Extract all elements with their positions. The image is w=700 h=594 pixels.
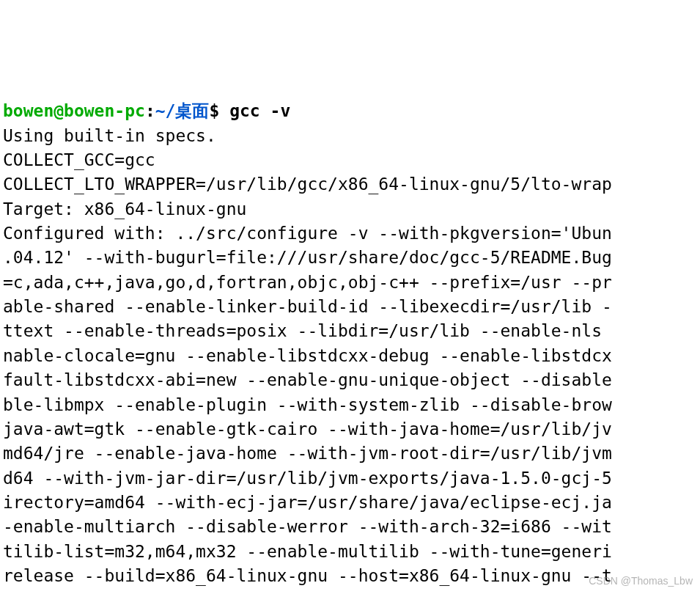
output-line: tilib-list=m32,m64,mx32 --enable-multili…	[3, 542, 612, 561]
output-line: fault-libstdcxx-abi=new --enable-gnu-uni…	[3, 370, 612, 389]
terminal[interactable]: bowen@bowen-pc:~/桌面$ gcc -v Using built-…	[3, 99, 697, 594]
output-line: release --build=x86_64-linux-gnu --host=…	[3, 566, 612, 585]
output-line: irectory=amd64 --with-ecj-jar=/usr/share…	[3, 493, 612, 512]
prompt-sep: :	[145, 101, 155, 120]
prompt-path: ~/桌面	[155, 101, 210, 120]
output-line: -enable-multiarch --disable-werror --wit…	[3, 517, 612, 536]
output-line: ttext --enable-threads=posix --libdir=/u…	[3, 321, 612, 340]
output-line: COLLECT_GCC=gcc	[3, 150, 155, 169]
prompt-dollar: $	[209, 101, 229, 120]
output-line: ble-libmpx --enable-plugin --with-system…	[3, 395, 612, 414]
output-line: COLLECT_LTO_WRAPPER=/usr/lib/gcc/x86_64-…	[3, 175, 612, 194]
output-line: nu	[3, 590, 23, 594]
watermark-text: CSDN @Thomas_Lbw	[589, 573, 693, 588]
prompt-user: bowen@bowen-pc	[3, 101, 145, 120]
output-line: Target: x86_64-linux-gnu	[3, 199, 246, 219]
output-line: Using built-in specs.	[3, 126, 216, 145]
command-text: gcc -v	[229, 101, 290, 120]
output-line: java-awt=gtk --enable-gtk-cairo --with-j…	[3, 419, 612, 439]
output-line: nable-clocale=gnu --enable-libstdcxx-deb…	[3, 346, 612, 365]
output-line: md64/jre --enable-java-home --with-jvm-r…	[3, 444, 612, 463]
output-line: able-shared --enable-linker-build-id --l…	[3, 297, 612, 316]
output-line: .04.12' --with-bugurl=file:///usr/share/…	[3, 248, 612, 267]
output-line: d64 --with-jvm-jar-dir=/usr/lib/jvm-expo…	[3, 469, 612, 488]
output-line: =c,ada,c++,java,go,d,fortran,objc,obj-c+…	[3, 273, 612, 292]
output-line: Configured with: ../src/configure -v --w…	[3, 224, 612, 243]
